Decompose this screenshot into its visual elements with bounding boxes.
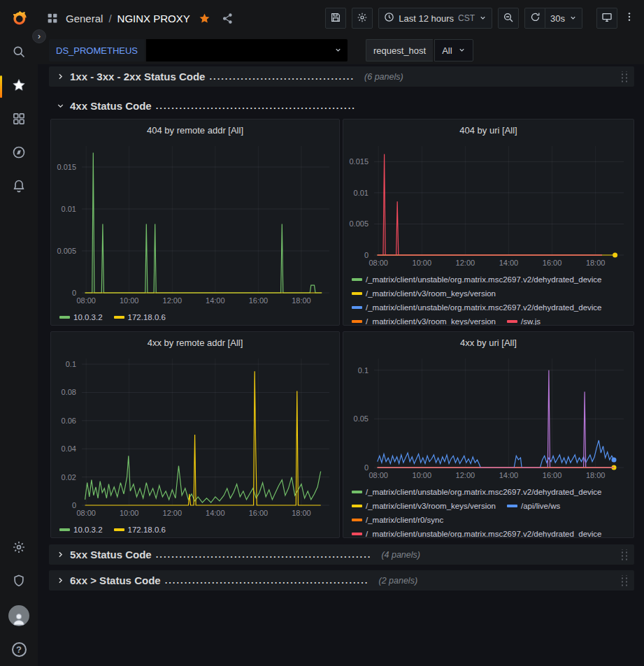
favorite-star-icon[interactable] (199, 13, 210, 24)
row-title-dots: ........................................… (156, 101, 356, 111)
sidebar-bottom: ? (0, 532, 38, 666)
svg-text:10:00: 10:00 (120, 509, 139, 517)
row-header-6xx[interactable]: 6xx > Status Code ......................… (49, 570, 634, 591)
svg-text:10:00: 10:00 (413, 471, 432, 479)
request-host-variable-label: request_host (366, 39, 433, 61)
legend-series-label: /_matrix/client/unstable/org.matrix.msc2… (366, 488, 602, 496)
sidebar-item-starred[interactable] (0, 70, 38, 103)
chevron-down-icon (569, 13, 577, 24)
dashboard-settings-button[interactable] (352, 8, 373, 29)
legend-item[interactable]: /_matrix/client/v3/room_keys/version (352, 315, 496, 326)
grafana-logo[interactable] (0, 0, 38, 36)
legend-item[interactable]: /api/live/ws (507, 500, 560, 512)
sidebar-item-server-admin[interactable] (0, 565, 38, 599)
panel-4xx-by-remote-addr: 4xx by remote addr [All] 00.020.040.060.… (50, 331, 340, 538)
svg-text:16:00: 16:00 (249, 509, 269, 517)
sidebar-item-explore[interactable] (0, 137, 38, 171)
legend-series-marker (352, 320, 362, 323)
share-icon[interactable] (222, 13, 234, 24)
sidebar-item-configuration[interactable] (0, 532, 38, 565)
legend-series-marker (59, 528, 70, 531)
legend-series-label: 172.18.0.6 (128, 313, 166, 321)
legend-series-label: 10.0.3.2 (73, 313, 103, 321)
legend-series-marker (59, 316, 70, 319)
legend-item[interactable]: /_matrix/client/unstable/org.matrix.msc2… (352, 486, 602, 498)
time-range-picker[interactable]: Last 12 hours CST (378, 8, 492, 29)
svg-text:0: 0 (72, 501, 76, 509)
chevron-right-icon (55, 72, 66, 81)
panel-title[interactable]: 404 by remote addr [All] (51, 120, 339, 140)
refresh-interval-picker[interactable]: 30s (545, 8, 582, 29)
row-drag-handle[interactable] (620, 71, 629, 82)
refresh-group: 30s (524, 8, 582, 29)
legend-series-marker (352, 292, 362, 295)
sidebar-item-search[interactable] (0, 36, 38, 70)
legend-item[interactable]: /_matrix/client/r0/sync (352, 514, 443, 526)
row-drag-handle[interactable] (620, 549, 629, 560)
sidebar-item-help[interactable]: ? (0, 632, 38, 666)
legend-item[interactable]: /_matrix/client/v3/room_keys/version (352, 500, 496, 512)
panel-404-by-remote-addr: 404 by remote addr [All] 00.0050.010.015… (50, 119, 340, 326)
apps-grid-icon[interactable] (46, 12, 59, 24)
panel-404-by-uri: 404 by uri [All] 00.0050.010.01508:0010:… (343, 119, 634, 326)
time-series-chart[interactable]: 00.050.108:0010:0012:0014:0016:0018:00 (343, 353, 634, 484)
refresh-button[interactable] (524, 8, 545, 29)
time-series-chart[interactable]: 00.020.040.060.080.108:0010:0012:0014:00… (51, 353, 339, 522)
svg-text:0.1: 0.1 (66, 360, 76, 368)
svg-text:14:00: 14:00 (206, 509, 225, 517)
legend-series-marker (352, 505, 362, 507)
legend-item[interactable]: 172.18.0.6 (114, 523, 166, 536)
row-header-1xx-3xx-2xx[interactable]: 1xx - 3xx - 2xx Status Code ............… (49, 66, 634, 87)
legend-series-marker (114, 316, 124, 319)
legend-item[interactable]: 10.0.3.2 (59, 523, 103, 536)
panel-title[interactable]: 404 by uri [All] (343, 120, 634, 140)
breadcrumb-section[interactable]: General (66, 13, 103, 24)
refresh-icon (530, 12, 541, 24)
legend-series-label: /_matrix/client/unstable/org.matrix.msc2… (366, 275, 602, 284)
row-header-4xx[interactable]: 4xx Status Code ........................… (49, 96, 634, 116)
legend-series-label: /api/live/ws (521, 502, 560, 510)
panel-title[interactable]: 4xx by uri [All] (343, 332, 634, 353)
row-title-dots: ........................................… (156, 549, 372, 560)
breadcrumb-separator: / (108, 13, 111, 24)
legend-item[interactable]: /sw.js (507, 315, 541, 326)
zoom-out-button[interactable] (498, 8, 519, 29)
save-icon (330, 12, 341, 25)
panel-legend: /_matrix/client/unstable/org.matrix.msc2… (343, 272, 634, 326)
svg-text:08:00: 08:00 (76, 509, 96, 517)
svg-text:18:00: 18:00 (292, 296, 311, 305)
time-series-chart[interactable]: 00.0050.010.01508:0010:0012:0014:0016:00… (343, 140, 634, 272)
row-panel-count: (2 panels) (378, 576, 417, 586)
request-host-select[interactable]: All (434, 39, 473, 61)
legend-item[interactable]: 172.18.0.6 (114, 311, 166, 324)
svg-text:16:00: 16:00 (543, 259, 562, 267)
legend-item[interactable]: /_matrix/client/unstable/org.matrix.msc2… (352, 273, 602, 286)
legend-series-marker (352, 278, 362, 281)
page-title: NGINX PROXY (117, 13, 190, 24)
sidebar-expand-button[interactable]: › (32, 29, 46, 43)
row-header-5xx[interactable]: 5xx Status Code ........................… (49, 544, 634, 565)
sidebar-item-dashboards[interactable] (0, 103, 38, 137)
datasource-variable-label: DS_PROMETHEUS (49, 39, 145, 61)
legend-series-marker (114, 528, 124, 531)
row-drag-handle[interactable] (620, 575, 629, 586)
datasource-select[interactable] (146, 39, 348, 61)
legend-series-marker (352, 533, 362, 535)
star-icon (12, 78, 26, 95)
sidebar: ? (0, 0, 38, 666)
sidebar-item-profile[interactable] (0, 599, 38, 632)
more-options-button[interactable] (623, 11, 636, 25)
panel-title[interactable]: 4xx by remote addr [All] (51, 332, 339, 353)
svg-text:0.015: 0.015 (349, 157, 368, 166)
legend-item[interactable]: 10.0.3.2 (59, 311, 103, 324)
chevron-down-icon (458, 45, 466, 56)
sidebar-item-alerting[interactable] (0, 171, 38, 204)
tv-mode-button[interactable] (596, 8, 617, 29)
time-series-chart[interactable]: 00.0050.010.01508:0010:0012:0014:0016:00… (51, 140, 339, 310)
row-panel-count: (6 panels) (364, 72, 403, 82)
legend-item[interactable]: /_matrix/client/unstable/org.matrix.msc2… (352, 528, 602, 538)
save-dashboard-button[interactable] (325, 8, 346, 29)
legend-item[interactable]: /_matrix/client/unstable/org.matrix.msc2… (352, 301, 602, 314)
svg-text:0.01: 0.01 (62, 205, 76, 213)
legend-item[interactable]: /_matrix/client/v3/room_keys/version (352, 287, 496, 300)
